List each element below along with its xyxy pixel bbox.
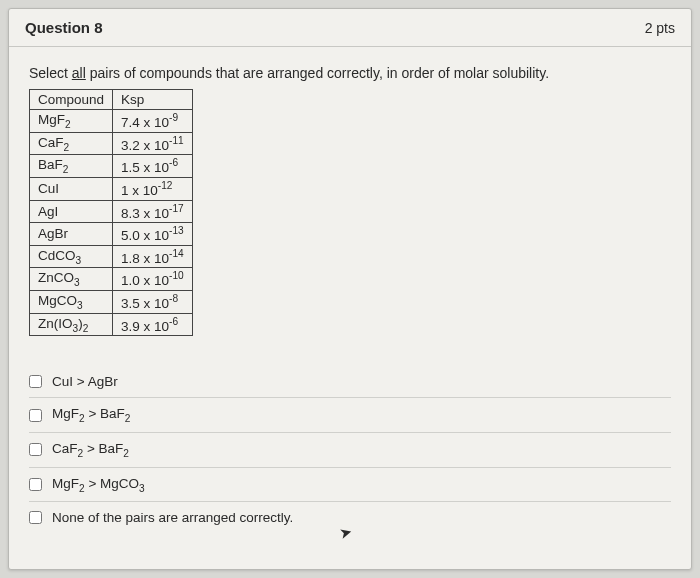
prompt-underlined: all [72, 65, 86, 81]
table-row: MgF27.4 x 10-9 [30, 110, 193, 133]
cell-compound: CdCO3 [30, 245, 113, 268]
question-prompt: Select all pairs of compounds that are a… [29, 65, 671, 81]
option-label: None of the pairs are arranged correctly… [52, 510, 293, 525]
table-row: AgI8.3 x 10-17 [30, 200, 193, 223]
option-label: CuI > AgBr [52, 374, 118, 389]
option-label: MgF2 > MgCO3 [52, 476, 145, 494]
ksp-table: Compound Ksp MgF27.4 x 10-9CaF23.2 x 10-… [29, 89, 193, 336]
table-header-ksp: Ksp [113, 90, 193, 110]
option-checkbox[interactable] [29, 375, 42, 388]
table-row: BaF21.5 x 10-6 [30, 155, 193, 178]
cell-compound: AgI [30, 200, 113, 223]
option-row[interactable]: CuI > AgBr [29, 366, 671, 398]
cell-ksp: 7.4 x 10-9 [113, 110, 193, 133]
option-row[interactable]: MgF2 > BaF2 [29, 398, 671, 433]
question-content: Select all pairs of compounds that are a… [9, 47, 691, 551]
cell-ksp: 1.8 x 10-14 [113, 245, 193, 268]
option-checkbox[interactable] [29, 478, 42, 491]
question-card: Question 8 2 pts Select all pairs of com… [8, 8, 692, 570]
table-row: CaF23.2 x 10-11 [30, 132, 193, 155]
cell-compound: AgBr [30, 223, 113, 246]
cell-compound: MgCO3 [30, 290, 113, 313]
prompt-suffix: pairs of compounds that are arranged cor… [86, 65, 549, 81]
table-header-compound: Compound [30, 90, 113, 110]
cell-ksp: 8.3 x 10-17 [113, 200, 193, 223]
prompt-prefix: Select [29, 65, 72, 81]
option-row[interactable]: MgF2 > MgCO3 [29, 468, 671, 503]
table-row: ZnCO31.0 x 10-10 [30, 268, 193, 291]
question-points: 2 pts [645, 20, 675, 36]
cell-compound: CuI [30, 178, 113, 201]
option-checkbox[interactable] [29, 409, 42, 422]
cell-ksp: 3.5 x 10-8 [113, 290, 193, 313]
option-row[interactable]: CaF2 > BaF2 [29, 433, 671, 468]
cell-compound: MgF2 [30, 110, 113, 133]
cell-ksp: 3.2 x 10-11 [113, 132, 193, 155]
table-row: AgBr5.0 x 10-13 [30, 223, 193, 246]
cell-ksp: 3.9 x 10-6 [113, 313, 193, 336]
cell-ksp: 1.0 x 10-10 [113, 268, 193, 291]
cell-compound: BaF2 [30, 155, 113, 178]
table-row: CdCO31.8 x 10-14 [30, 245, 193, 268]
cell-compound: Zn(IO3)2 [30, 313, 113, 336]
option-label: CaF2 > BaF2 [52, 441, 129, 459]
cell-compound: ZnCO3 [30, 268, 113, 291]
cell-ksp: 5.0 x 10-13 [113, 223, 193, 246]
cell-ksp: 1 x 10-12 [113, 178, 193, 201]
cell-compound: CaF2 [30, 132, 113, 155]
options-list: CuI > AgBrMgF2 > BaF2CaF2 > BaF2MgF2 > M… [29, 366, 671, 533]
option-checkbox[interactable] [29, 443, 42, 456]
option-checkbox[interactable] [29, 511, 42, 524]
cell-ksp: 1.5 x 10-6 [113, 155, 193, 178]
table-row: Zn(IO3)23.9 x 10-6 [30, 313, 193, 336]
table-row: CuI1 x 10-12 [30, 178, 193, 201]
question-title: Question 8 [25, 19, 103, 36]
option-label: MgF2 > BaF2 [52, 406, 130, 424]
table-row: MgCO33.5 x 10-8 [30, 290, 193, 313]
question-header: Question 8 2 pts [9, 9, 691, 47]
